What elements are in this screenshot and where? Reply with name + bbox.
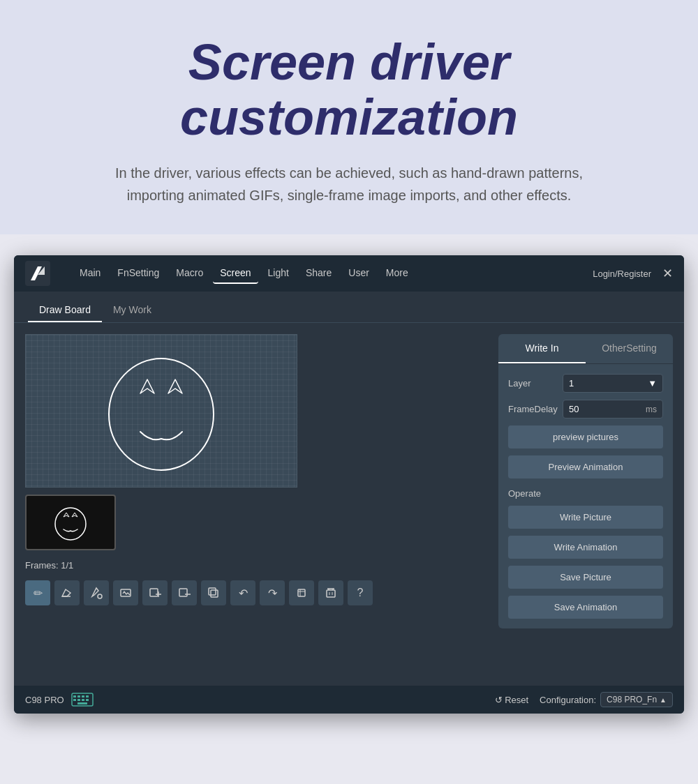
frame-delay-unit: ms	[646, 405, 657, 414]
thumbnail-row	[25, 495, 487, 550]
toolbar: ✏ ↶ ↷	[25, 580, 487, 605]
svg-rect-9	[150, 589, 158, 596]
settings-button[interactable]	[289, 580, 314, 605]
hero-title: Screen driver customization	[56, 35, 642, 145]
config-chevron-icon: ▲	[660, 696, 667, 704]
reset-button[interactable]: ↺ Reset	[495, 695, 529, 705]
save-picture-button[interactable]: Save Picture	[508, 566, 663, 589]
svg-rect-12	[179, 589, 187, 596]
save-animation-button[interactable]: Save Animation	[508, 596, 663, 619]
settings-icon	[295, 587, 308, 599]
svg-point-3	[109, 359, 214, 470]
delete-icon	[325, 587, 337, 599]
import-image-icon	[119, 587, 132, 599]
svg-rect-14	[211, 590, 218, 597]
delete-button[interactable]	[318, 580, 343, 605]
layer-label: Layer	[508, 378, 557, 389]
duplicate-frame-button[interactable]	[201, 580, 226, 605]
tab-my-work[interactable]: My Work	[102, 299, 163, 322]
frame-thumbnail[interactable]	[25, 495, 116, 550]
svg-point-4	[55, 508, 86, 540]
config-label: Configuration:	[540, 695, 596, 705]
status-bar: C98 PRO ↺ Reset Configuration: C98 PRO_	[14, 686, 684, 714]
fill-icon	[90, 587, 103, 599]
frame-delay-input[interactable]: 50 ms	[563, 400, 663, 419]
eraser-icon	[61, 587, 73, 599]
preview-pictures-button[interactable]: preview pictures	[508, 425, 663, 448]
eraser-tool-button[interactable]	[54, 580, 80, 605]
fill-tool-button[interactable]	[84, 580, 109, 605]
config-value: C98 PRO_Fn	[607, 695, 657, 704]
hero-section: Screen driver customization In the drive…	[0, 0, 698, 234]
nav-item-light[interactable]: Light	[261, 263, 296, 284]
write-animation-button[interactable]: Write Animation	[508, 536, 663, 559]
duplicate-icon	[207, 587, 220, 599]
frame-delay-label: FrameDelay	[508, 404, 557, 414]
svg-point-7	[98, 594, 102, 598]
svg-rect-29	[86, 695, 89, 698]
nav-item-more[interactable]: More	[379, 263, 415, 284]
frame-delay-value: 50	[569, 404, 579, 414]
nav-items: Main FnSetting Macro Screen Light Share …	[73, 263, 576, 284]
hero-description: In the driver, various effects can be ac…	[98, 162, 600, 206]
frames-label: Frames: 1/1	[25, 560, 487, 571]
remove-frame-icon	[178, 587, 191, 599]
draw-panel: Frames: 1/1 ✏	[25, 334, 487, 674]
right-tabs: Write In OtherSetting	[498, 334, 673, 364]
tab-draw-board[interactable]: Draw Board	[28, 299, 102, 322]
svg-rect-30	[73, 699, 76, 701]
preview-animation-button[interactable]: Preview Animation	[508, 455, 663, 478]
svg-rect-15	[209, 588, 216, 595]
svg-rect-26	[73, 695, 76, 698]
write-picture-button[interactable]: Write Picture	[508, 506, 663, 529]
frame-delay-row: FrameDelay 50 ms	[508, 400, 663, 419]
nav-item-share[interactable]: Share	[299, 263, 339, 284]
config-dropdown[interactable]: C98 PRO_Fn ▲	[600, 692, 673, 707]
import-image-button[interactable]	[113, 580, 138, 605]
layer-chevron-icon: ▼	[648, 378, 657, 389]
svg-rect-32	[82, 699, 84, 701]
undo-button[interactable]: ↶	[230, 580, 255, 605]
device-name: C98 PRO	[25, 695, 64, 705]
svg-rect-33	[86, 699, 89, 701]
layer-value: 1	[569, 378, 574, 389]
nav-item-screen[interactable]: Screen	[213, 263, 258, 284]
nav-item-macro[interactable]: Macro	[169, 263, 210, 284]
svg-rect-34	[77, 702, 87, 704]
right-panel-content: Layer 1 ▼ FrameDelay 50 ms preview pictu…	[498, 364, 673, 628]
nav-item-main[interactable]: Main	[73, 263, 107, 284]
nav-item-user[interactable]: User	[341, 263, 376, 284]
close-button[interactable]: ✕	[662, 267, 673, 280]
tab-write-in[interactable]: Write In	[498, 334, 586, 363]
login-register-button[interactable]: Login/Register	[593, 269, 651, 279]
remove-frame-button[interactable]	[172, 580, 197, 605]
tab-bar: Draw Board My Work	[14, 292, 684, 323]
draw-canvas[interactable]	[25, 334, 297, 488]
main-content: Frames: 1/1 ✏	[14, 323, 684, 686]
nav-right: Login/Register ✕	[593, 267, 673, 280]
tab-other-setting[interactable]: OtherSetting	[586, 334, 673, 363]
operate-label: Operate	[508, 488, 663, 499]
add-frame-icon	[149, 587, 161, 599]
svg-rect-27	[77, 695, 80, 698]
svg-rect-28	[82, 695, 84, 698]
right-panel: Write In OtherSetting Layer 1 ▼ FrameDel…	[498, 334, 673, 628]
svg-rect-16	[298, 589, 305, 596]
svg-rect-31	[77, 699, 80, 701]
keyboard-icon	[71, 693, 94, 707]
face-drawing	[91, 341, 231, 481]
status-left: C98 PRO	[25, 693, 94, 707]
pencil-tool-button[interactable]: ✏	[25, 580, 50, 605]
thumbnail-face	[50, 502, 91, 543]
layer-dropdown[interactable]: 1 ▼	[563, 374, 663, 393]
app-window: Main FnSetting Macro Screen Light Share …	[14, 255, 684, 714]
redo-button[interactable]: ↷	[260, 580, 285, 605]
nav-item-fnsetting[interactable]: FnSetting	[110, 263, 166, 284]
config-area: Configuration: C98 PRO_Fn ▲	[540, 692, 673, 707]
status-right: ↺ Reset Configuration: C98 PRO_Fn ▲	[495, 692, 673, 707]
titlebar: Main FnSetting Macro Screen Light Share …	[14, 255, 684, 292]
svg-marker-5	[62, 589, 70, 596]
app-logo	[25, 261, 50, 286]
add-frame-button[interactable]	[142, 580, 168, 605]
help-button[interactable]: ?	[348, 580, 373, 605]
